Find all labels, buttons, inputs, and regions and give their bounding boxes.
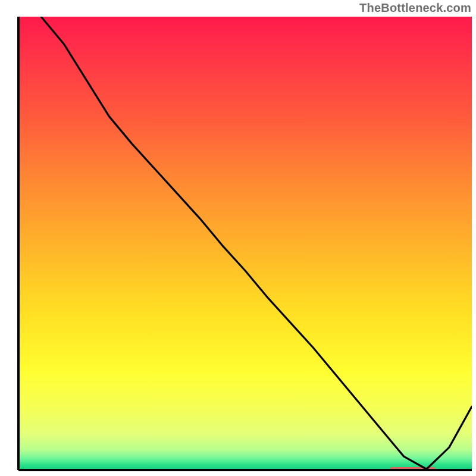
bottleneck-chart: TheBottleneck.com [0, 0, 476, 476]
chart-svg [0, 0, 476, 476]
plot-background [18, 17, 472, 470]
watermark-label: TheBottleneck.com [359, 1, 471, 15]
